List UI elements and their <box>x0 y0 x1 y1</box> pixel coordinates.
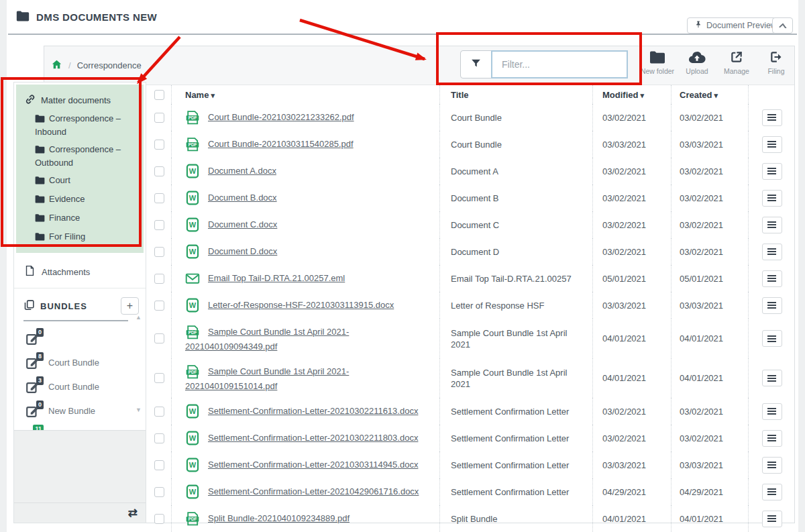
file-link[interactable]: Document A.docx <box>208 166 276 176</box>
file-title: Court Bundle <box>451 112 502 123</box>
swap-columns-icon[interactable] <box>128 506 138 520</box>
file-title: Document D <box>451 246 499 258</box>
file-title: Sample Court Bundle 1st April 2021 <box>451 327 587 350</box>
toolbar-action[interactable]: Filing <box>757 48 795 75</box>
file-link[interactable]: Document D.docx <box>208 246 277 256</box>
row-menu-button[interactable] <box>762 330 782 347</box>
file-link[interactable]: Settlement-Confirmation-Letter-202103022… <box>208 406 418 416</box>
sidebar-folder-item[interactable]: Court <box>35 174 137 188</box>
row-menu-button[interactable] <box>762 457 782 474</box>
file-link[interactable]: Court Bundle-2021030311540285.pdf <box>208 139 354 149</box>
bundle-item[interactable]: 0 New Bundle <box>14 399 146 423</box>
folder-icon <box>35 195 45 207</box>
file-link[interactable]: Document C.docx <box>208 219 277 229</box>
file-link[interactable]: Sample Court Bundle 1st April 2021-20210… <box>185 327 349 352</box>
bundles-header: BUNDLES + <box>14 288 146 320</box>
file-link[interactable]: Settlement-Confirmation-Letter-202103022… <box>208 433 418 443</box>
toolbar-action[interactable]: New folder <box>639 48 676 75</box>
row-menu-button[interactable] <box>762 511 782 527</box>
row-checkbox[interactable] <box>154 166 164 176</box>
column-header-modified[interactable]: Modified <box>602 90 644 100</box>
file-link[interactable]: Settlement-Confirmation-Letter-202104290… <box>208 486 419 496</box>
filter-funnel-button[interactable] <box>460 50 492 78</box>
created-date: 04/01/2021 <box>680 513 723 525</box>
row-checkbox[interactable] <box>154 433 164 443</box>
row-checkbox[interactable] <box>154 274 164 284</box>
row-menu-button[interactable] <box>762 163 782 180</box>
row-menu-button[interactable] <box>762 136 782 153</box>
file-link[interactable]: Court Bundle-2021030221233262.pdf <box>208 112 354 122</box>
row-checkbox[interactable] <box>154 113 164 123</box>
sidebar-folder-item[interactable]: For Filing <box>35 231 137 244</box>
sidebar-item-matter-documents[interactable]: Matter documents <box>24 93 137 107</box>
row-menu-button[interactable] <box>762 270 782 287</box>
row-menu-button[interactable] <box>762 430 782 447</box>
created-date: 04/01/2021 <box>680 333 723 344</box>
add-bundle-button[interactable]: + <box>121 297 139 315</box>
table-header-row: Name Title Modified Created <box>148 85 795 104</box>
row-menu-button[interactable] <box>762 403 782 420</box>
bundle-count-badge: 0 <box>36 401 44 409</box>
toolbar-action[interactable]: Manage <box>718 48 755 75</box>
file-link[interactable]: Settlement-Confirmation-Letter-202103031… <box>208 460 418 470</box>
scroll-down-icon[interactable]: ▼ <box>136 407 142 413</box>
row-menu-button[interactable] <box>762 217 782 233</box>
column-header-name[interactable]: Name <box>185 90 215 100</box>
row-menu-button[interactable] <box>762 244 782 260</box>
bundle-label: Court Bundle <box>48 380 99 392</box>
row-menu-button[interactable] <box>762 109 782 126</box>
menu-lines-icon <box>767 170 776 172</box>
row-checkbox[interactable] <box>154 301 164 311</box>
row-checkbox[interactable] <box>154 514 164 524</box>
toolbar-action-label: New folder <box>641 67 674 75</box>
bundle-item[interactable]: 3 Court Bundle <box>14 375 146 399</box>
row-checkbox[interactable] <box>154 460 164 470</box>
menu-lines-icon <box>767 338 776 339</box>
row-menu-button[interactable] <box>762 190 782 207</box>
row-checkbox[interactable] <box>154 487 164 497</box>
file-title: Court Bundle <box>451 139 502 150</box>
created-date: 03/03/2021 <box>680 460 723 471</box>
document-preview-button[interactable]: Document Preview <box>687 17 784 34</box>
filter-input[interactable] <box>491 50 628 78</box>
row-checkbox[interactable] <box>154 140 164 150</box>
home-icon[interactable] <box>51 59 62 72</box>
file-link[interactable]: Letter-of-Response-HSF-20210303113915.do… <box>208 300 394 310</box>
file-link[interactable]: Document B.docx <box>208 193 277 203</box>
breadcrumb-current[interactable]: Correspondence <box>77 60 142 70</box>
row-checkbox[interactable] <box>154 373 164 383</box>
sidebar-item-attachments[interactable]: Attachments <box>14 255 146 288</box>
column-header-created[interactable]: Created <box>680 90 718 100</box>
file-link[interactable]: Split Bundle-2021040109234889.pdf <box>208 513 350 523</box>
file-link[interactable]: Email Top Tail-D.RTA.21.00257.eml <box>208 273 345 283</box>
table-row: WDocument A.docx Document A 03/02/2021 0… <box>148 158 795 184</box>
row-menu-button[interactable] <box>762 484 782 500</box>
sidebar-folder-item[interactable]: Correspondence – Inbound <box>35 113 137 138</box>
toolbar-action[interactable]: Upload <box>678 48 716 75</box>
word-file-icon: W <box>185 244 200 260</box>
bundle-item[interactable]: 0 <box>14 327 146 351</box>
bundle-count-badge: 0 <box>36 328 44 337</box>
sidebar-folder-item[interactable]: Finance <box>35 212 137 225</box>
menu-lines-icon <box>767 144 776 145</box>
collapse-panel-button[interactable] <box>772 17 793 34</box>
chevron-up-icon <box>779 21 787 30</box>
row-checkbox[interactable] <box>154 247 164 257</box>
sidebar-folder-item[interactable]: Evidence <box>35 193 137 207</box>
row-checkbox[interactable] <box>154 220 164 230</box>
column-header-title[interactable]: Title <box>451 90 469 100</box>
word-file-icon: W <box>185 190 200 206</box>
row-menu-button[interactable] <box>762 297 782 314</box>
scroll-up-icon[interactable]: ▲ <box>136 314 142 321</box>
row-menu-button[interactable] <box>762 370 782 386</box>
modified-date: 03/02/2021 <box>602 406 646 417</box>
menu-lines-icon <box>767 251 776 252</box>
row-checkbox[interactable] <box>154 407 164 417</box>
select-all-checkbox[interactable] <box>154 90 164 100</box>
bundle-item[interactable]: 8 Court Bundle <box>14 351 146 375</box>
sidebar-folder-item[interactable]: Correspondence – Outbound <box>35 144 137 169</box>
row-checkbox[interactable] <box>154 333 164 343</box>
row-checkbox[interactable] <box>154 193 164 203</box>
folder-icon <box>35 176 45 188</box>
file-link[interactable]: Sample Court Bundle 1st April 2021-20210… <box>185 366 349 391</box>
